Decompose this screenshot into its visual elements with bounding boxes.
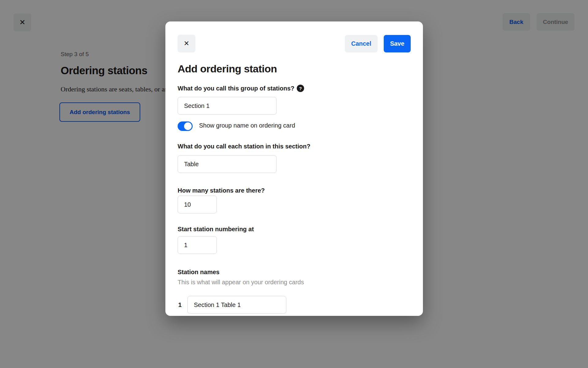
modal-title: Add ordering station <box>178 63 277 75</box>
save-button[interactable]: Save <box>384 35 411 52</box>
group-name-input[interactable] <box>178 97 277 115</box>
toggle-knob <box>184 122 192 130</box>
help-icon[interactable]: ? <box>297 85 304 92</box>
show-group-name-toggle-label: Show group name on ordering card <box>199 122 295 129</box>
stage: ✕ Back Continue Step 3 of 5 Ordering sta… <box>0 0 588 368</box>
close-icon: ✕ <box>184 40 189 48</box>
show-group-name-toggle[interactable] <box>178 121 193 131</box>
start-number-input[interactable] <box>178 236 217 254</box>
station-name-input[interactable] <box>178 155 277 173</box>
group-name-label-text: What do you call this group of stations? <box>178 85 294 92</box>
group-name-label: What do you call this group of stations?… <box>178 85 304 92</box>
start-number-label: Start station numbering at <box>178 226 254 233</box>
station-row-name-input[interactable] <box>187 296 286 314</box>
cancel-button[interactable]: Cancel <box>345 35 378 52</box>
modal-close-button[interactable]: ✕ <box>178 35 195 52</box>
station-names-heading: Station names <box>178 269 220 276</box>
add-ordering-station-modal: ✕ Cancel Save Add ordering station What … <box>165 21 423 316</box>
station-name-label: What do you call each station in this se… <box>178 143 310 150</box>
station-row-index: 1 <box>178 301 182 309</box>
station-count-label: How many stations are there? <box>178 187 265 194</box>
station-names-subtext: This is what will appear on your orderin… <box>178 279 304 286</box>
station-count-input[interactable] <box>178 196 217 213</box>
